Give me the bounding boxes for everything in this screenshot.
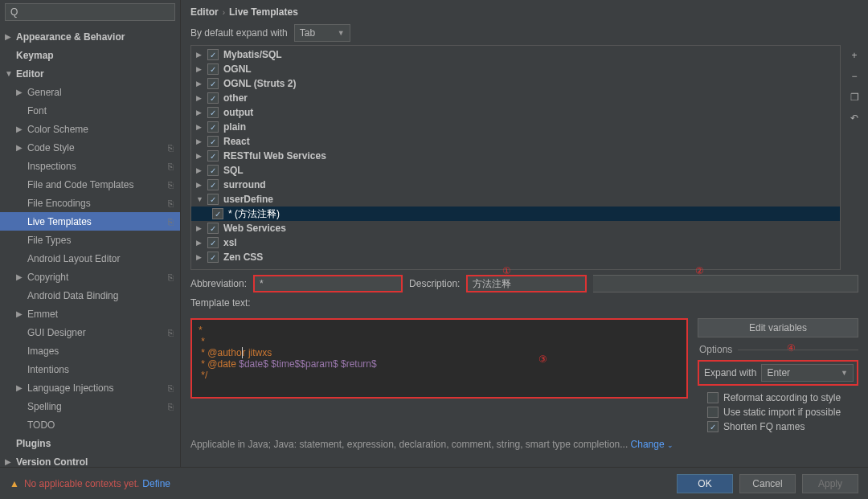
sidebar-item-color-scheme[interactable]: ▶Color Scheme [0,120,180,138]
options-title: Options [698,344,858,355]
group-item[interactable]: ▶✓Mybatis/SQL [191,47,840,62]
group-checkbox[interactable]: ✓ [207,121,219,133]
sidebar-item-live-templates[interactable]: Live Templates⎘ [0,212,180,231]
sidebar-item-android-layout-editor[interactable]: Android Layout Editor [0,249,180,268]
sidebar-item-inspections[interactable]: Inspections⎘ [0,157,180,175]
sidebar-item-spelling[interactable]: Spelling⎘ [0,397,180,415]
copy-icon: ⎘ [168,328,174,337]
chevron-down-icon: ▼ [338,29,345,37]
sidebar-item-code-style[interactable]: ▶Code Style⎘ [0,138,180,157]
group-checkbox[interactable]: ✓ [207,78,219,89]
sidebar-item-label: File Encodings [27,198,180,209]
abbreviation-input[interactable] [253,275,403,292]
group-item[interactable]: ▼✓userDefine [191,192,840,207]
group-item[interactable]: ▶✓Web Services [191,221,840,235]
static-import-checkbox[interactable] [707,407,719,418]
arrow-icon: ▶ [196,80,207,88]
arrow-icon: ▼ [5,69,16,78]
sidebar-item-copyright[interactable]: ▶Copyright⎘ [0,268,180,286]
group-label: OGNL [223,63,252,75]
group-item[interactable]: ▶✓React [191,134,840,149]
arrow-icon: ▶ [196,137,207,145]
group-item[interactable]: ▶✓RESTful Web Services [191,149,840,163]
breadcrumb-current: Live Templates [229,6,298,18]
group-checkbox[interactable]: ✓ [207,194,219,205]
sidebar-item-emmet[interactable]: ▶Emmet [0,305,180,323]
sidebar-item-appearance-behavior[interactable]: ▶Appearance & Behavior [0,27,180,46]
group-checkbox[interactable]: ✓ [207,150,219,162]
sidebar-item-android-data-binding[interactable]: Android Data Binding [0,286,180,305]
group-checkbox[interactable]: ✓ [207,136,219,147]
description-input[interactable] [466,275,587,292]
group-checkbox[interactable]: ✓ [207,63,219,75]
sidebar-item-version-control[interactable]: ▶Version Control [0,452,180,467]
group-checkbox[interactable]: ✓ [207,179,219,190]
sidebar-item-file-encodings[interactable]: File Encodings⎘ [0,194,180,212]
sidebar-item-language-injections[interactable]: ▶Language Injections⎘ [0,378,180,397]
description-input-ext[interactable] [593,275,858,292]
group-checkbox[interactable]: ✓ [212,208,223,219]
group-item[interactable]: ▶✓surround [191,178,840,192]
sidebar-item-label: General [27,87,180,98]
default-expand-value: Tab [300,27,315,39]
remove-icon[interactable]: − [851,71,857,82]
edit-variables-button[interactable]: Edit variables [698,318,858,337]
sidebar-item-keymap[interactable]: Keymap [0,46,180,64]
sidebar-item-label: Appearance & Behavior [16,31,180,43]
group-item[interactable]: ▶✓output [191,105,840,120]
define-link[interactable]: Define [142,478,170,489]
group-checkbox[interactable]: ✓ [207,92,219,104]
shorten-fq-checkbox[interactable]: ✓ [707,421,719,432]
sidebar-item-todo[interactable]: TODO [0,415,180,434]
sidebar-item-font[interactable]: Font [0,101,180,120]
group-item[interactable]: ▶✓xsl [191,235,840,250]
sidebar-item-images[interactable]: Images [0,342,180,360]
revert-icon[interactable]: ↶ [850,112,858,124]
sidebar-item-file-and-code-templates[interactable]: File and Code Templates⎘ [0,175,180,194]
sidebar-item-intentions[interactable]: Intentions [0,360,180,378]
arrow-icon: ▶ [16,88,27,96]
group-checkbox[interactable]: ✓ [207,107,219,118]
add-icon[interactable]: + [851,50,857,61]
sidebar-item-label: File and Code Templates [27,179,180,190]
reformat-checkbox[interactable] [707,392,719,403]
sidebar-item-label: Plugins [16,438,180,449]
group-label: xsl [223,237,237,248]
template-groups-list[interactable]: ▶✓Mybatis/SQL▶✓OGNL▶✓OGNL (Struts 2)▶✓ot… [190,45,841,270]
group-checkbox[interactable]: ✓ [207,223,219,234]
group-item[interactable]: ▶✓OGNL [191,62,840,76]
change-link[interactable]: Change [631,439,665,450]
default-expand-select[interactable]: Tab ▼ [294,24,350,42]
sidebar-item-label: Editor [16,68,180,80]
group-checkbox[interactable]: ✓ [207,237,219,248]
template-text-area[interactable]: * * * @author jitwxs * @date $date$ $tim… [190,318,688,399]
group-item[interactable]: ▶✓plain [191,120,840,134]
group-label: React [223,136,250,147]
group-item[interactable]: ▶✓OGNL (Struts 2) [191,76,840,91]
group-checkbox[interactable]: ✓ [207,165,219,176]
arrow-icon: ▶ [196,152,207,160]
duplicate-icon[interactable]: ❐ [850,92,859,103]
sidebar-item-label: Emmet [27,309,180,320]
group-item[interactable]: ▶✓Zen CSS [191,250,840,264]
settings-tree[interactable]: ▶Appearance & BehaviorKeymap▼Editor▶Gene… [0,24,180,467]
copy-icon: ⎘ [168,402,174,411]
settings-sidebar: ▶Appearance & BehaviorKeymap▼Editor▶Gene… [0,0,181,467]
ok-button[interactable]: OK [677,474,733,493]
sidebar-item-gui-designer[interactable]: GUI Designer⎘ [0,323,180,342]
sidebar-item-plugins[interactable]: Plugins [0,434,180,452]
group-item[interactable]: ✓* (方法注释) [191,207,840,221]
sidebar-item-editor[interactable]: ▼Editor [0,64,180,83]
group-checkbox[interactable]: ✓ [207,49,219,60]
group-checkbox[interactable]: ✓ [207,252,219,263]
sidebar-item-general[interactable]: ▶General [0,83,180,101]
apply-button[interactable]: Apply [802,474,858,493]
sidebar-item-file-types[interactable]: File Types [0,231,180,249]
sidebar-item-label: Android Data Binding [27,290,180,301]
group-label: * (方法注释) [228,207,280,221]
search-input[interactable] [5,3,175,21]
group-item[interactable]: ▶✓other [191,91,840,105]
group-item[interactable]: ▶✓SQL [191,163,840,178]
expand-with-select[interactable]: Enter ▼ [761,364,854,382]
cancel-button[interactable]: Cancel [739,474,796,493]
